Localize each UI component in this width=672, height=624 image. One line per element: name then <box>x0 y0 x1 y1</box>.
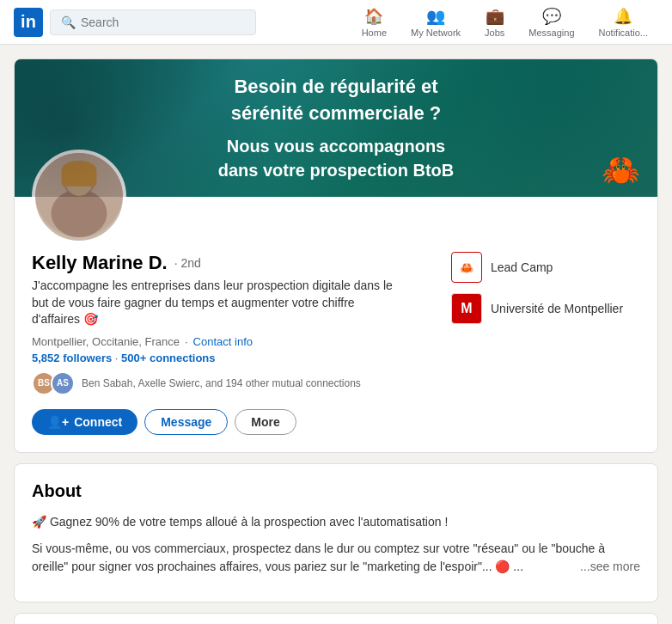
connect-icon: 👤+ <box>47 415 69 429</box>
nav-network[interactable]: 👥 My Network <box>400 3 471 41</box>
profile-name: Kelly Marine D. <box>32 252 168 274</box>
message-button[interactable]: Message <box>144 409 228 435</box>
top-navigation: in 🔍 🏠 Home 👥 My Network 💼 Jobs 💬 Messag… <box>0 0 672 45</box>
profile-card: Besoin de régularité et sérénité commerc… <box>14 58 658 453</box>
notifications-icon: 🔔 <box>614 7 632 26</box>
montpellier-logo: M <box>451 293 482 324</box>
location-separator: · <box>185 335 188 348</box>
montpellier-logo-text: M <box>461 301 472 316</box>
profile-left: Kelly Marine D. · 2nd J'accompagne les e… <box>32 252 437 435</box>
nav-items: 🏠 Home 👥 My Network 💼 Jobs 💬 Messaging 🔔… <box>351 3 658 41</box>
profile-stats: 5,852 followers · 500+ connections <box>32 352 437 364</box>
search-bar[interactable]: 🔍 <box>50 9 256 35</box>
mutual-connections: BS AS Ben Sabah, Axelle Swierc, and 194 … <box>32 371 437 395</box>
about-line2-text: Si vous-même, ou vos commerciaux, prospe… <box>32 541 605 573</box>
connect-label: Connect <box>74 415 122 429</box>
banner-line1: Besoin de régularité et <box>218 74 454 101</box>
nav-jobs-label: Jobs <box>485 28 504 38</box>
nav-jobs[interactable]: 💼 Jobs <box>474 3 515 41</box>
profile-banner: Besoin de régularité et sérénité commerc… <box>15 59 657 197</box>
about-line2: Si vous-même, ou vos commerciaux, prospe… <box>32 540 640 576</box>
banner-crab-icon: 🦀 <box>602 152 640 188</box>
mutual-text: Ben Sabah, Axelle Swierc, and 194 other … <box>82 377 361 389</box>
search-icon: 🔍 <box>61 15 76 29</box>
profile-name-row: Kelly Marine D. · 2nd <box>32 252 437 274</box>
messaging-icon: 💬 <box>542 7 561 26</box>
message-label: Message <box>161 415 211 429</box>
nav-home-label: Home <box>362 28 387 38</box>
search-input[interactable] <box>81 15 245 29</box>
nav-network-label: My Network <box>411 28 461 38</box>
profile-degree: · 2nd <box>174 256 201 270</box>
followers-count: 5,852 followers <box>32 352 112 364</box>
leadcamp-name: Lead Camp <box>491 260 553 274</box>
montpellier-name: Université de Montpellier <box>491 302 623 315</box>
nav-home[interactable]: 🏠 Home <box>351 3 397 41</box>
banner-text: Besoin de régularité et sérénité commerc… <box>218 74 454 182</box>
profile-actions: 👤+ Connect Message More <box>32 409 437 435</box>
more-label: More <box>251 415 279 429</box>
banner-line2: sérénité commerciale ? <box>218 101 454 127</box>
profile-body: Kelly Marine D. · 2nd J'accompagne les e… <box>15 197 657 452</box>
nav-notifications-label: Notificatio... <box>599 28 648 38</box>
network-icon: 👥 <box>426 7 445 26</box>
contact-info-link[interactable]: Contact info <box>193 335 253 348</box>
banner-line3: Nous vous accompagnons <box>218 134 454 158</box>
about-line1: 🚀 Gagnez 90% de votre temps alloué à la … <box>32 513 640 531</box>
company-leadcamp[interactable]: 🦀 Lead Camp <box>451 252 640 283</box>
profile-location: Montpellier, Occitanie, France · Contact… <box>32 335 437 348</box>
bottom-card <box>14 613 658 624</box>
leadcamp-logo-icon: 🦀 <box>460 261 473 274</box>
mutual-avatar-2: AS <box>51 371 75 395</box>
leadcamp-logo: 🦀 <box>451 252 482 283</box>
location-text: Montpellier, Occitanie, France <box>32 335 180 348</box>
profile-headline: J'accompagne les entreprises dans leur p… <box>32 278 393 328</box>
home-icon: 🏠 <box>364 7 383 26</box>
connections-sep: · <box>115 352 121 364</box>
main-content: Besoin de régularité et sérénité commerc… <box>0 45 672 624</box>
about-card: About 🚀 Gagnez 90% de votre temps alloué… <box>14 463 658 603</box>
about-title: About <box>32 481 640 501</box>
about-text: 🚀 Gagnez 90% de votre temps alloué à la … <box>32 513 640 576</box>
nav-notifications[interactable]: 🔔 Notificatio... <box>589 3 658 41</box>
nav-messaging-label: Messaging <box>528 28 574 38</box>
connect-button[interactable]: 👤+ Connect <box>32 409 137 435</box>
company-montpellier[interactable]: M Université de Montpellier <box>451 293 640 324</box>
nav-messaging[interactable]: 💬 Messaging <box>518 3 584 41</box>
more-button[interactable]: More <box>235 409 296 435</box>
profile-right: 🦀 Lead Camp M Université de Montpellier <box>451 252 640 435</box>
jobs-icon: 💼 <box>486 7 504 26</box>
mutual-avatars: BS AS <box>32 371 75 395</box>
banner-line4: dans votre prospection BtoB <box>218 158 454 182</box>
see-more-button[interactable]: ...see more <box>580 558 640 576</box>
connections-count: 500+ connections <box>121 352 215 364</box>
linkedin-logo[interactable]: in <box>14 8 43 37</box>
